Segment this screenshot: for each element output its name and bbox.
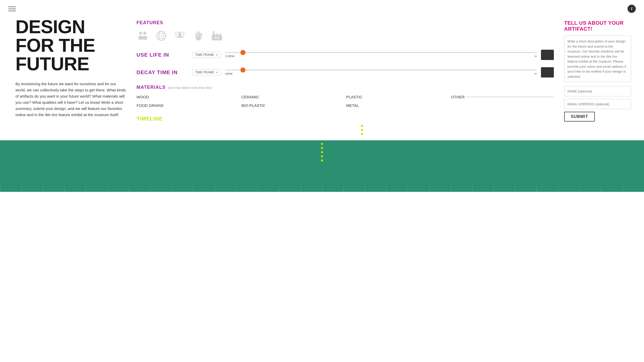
materials-note: (you may select more than one) — [168, 86, 212, 90]
use-life-row: USE LIFE IN TIME FRAME ▼ 1-time ∞ — [137, 50, 554, 60]
timeline-section: TIMELINE — [137, 116, 554, 135]
svg-point-0 — [139, 32, 142, 35]
tick-18 — [365, 187, 386, 192]
svg-marker-15 — [215, 33, 218, 35]
tick-23 — [472, 187, 494, 192]
svg-rect-9 — [197, 31, 199, 37]
tick-8 — [150, 187, 172, 192]
material-wood[interactable]: WOOD — [137, 94, 239, 100]
tick-4 — [64, 187, 86, 192]
submit-button[interactable]: SUBMIT — [564, 112, 595, 122]
materials-grid: WOOD CERAMIC PLASTIC OTHER FOOD GRAINS B… — [137, 94, 554, 108]
tick-28 — [580, 187, 601, 192]
intro-text: By envisioning the future we want for ou… — [15, 81, 126, 118]
use-life-slider[interactable] — [225, 52, 537, 53]
tick-14 — [279, 187, 300, 192]
description-textarea[interactable] — [564, 36, 631, 82]
material-other-label: OTHER — [451, 95, 465, 99]
timeline-dot-5 — [321, 147, 323, 149]
material-ceramic[interactable]: CERAMIC — [241, 94, 344, 100]
timeline-label: TIMELINE — [137, 116, 554, 122]
svg-rect-11 — [196, 33, 197, 37]
use-life-max-label: ∞ — [535, 54, 537, 58]
timeline-dot-3 — [361, 133, 363, 135]
info-button[interactable]: i — [628, 5, 636, 13]
use-life-label: USE LIFE IN — [137, 52, 188, 58]
use-life-dropdown-arrow: ▼ — [216, 54, 218, 56]
tick-26 — [537, 187, 558, 192]
svg-point-2 — [143, 32, 146, 35]
use-life-timeframe-select[interactable]: TIME FRAME ▼ — [192, 52, 221, 58]
tick-17 — [343, 187, 365, 192]
decay-time-min-label: none — [225, 72, 233, 75]
use-life-slider-container: 1-time ∞ — [225, 52, 537, 58]
tick-row — [0, 184, 644, 192]
people-icon[interactable] — [137, 30, 149, 42]
timeline-dot-7 — [321, 155, 323, 157]
globe-icon[interactable] — [155, 30, 167, 42]
material-plastic[interactable]: PLASTIC — [346, 94, 449, 100]
main-container: DESIGN FOR THE FUTURE By envisioning the… — [0, 18, 644, 140]
tick-25 — [515, 187, 537, 192]
tick-20 — [408, 187, 429, 192]
bottom-teal-section — [0, 140, 644, 192]
material-metal[interactable]: METAL — [346, 103, 449, 108]
tick-6 — [107, 187, 129, 192]
tick-19 — [386, 187, 408, 192]
materials-header: MATERIALS (you may select more than one) — [137, 85, 554, 90]
svg-rect-12 — [201, 33, 202, 37]
right-column: TELL US ABOUT YOUR ARTIFACT! SUBMIT — [564, 18, 631, 140]
decay-time-slider-container: none ∞ — [225, 70, 537, 75]
tick-7 — [129, 187, 150, 192]
features-label: FEATURES — [137, 20, 554, 25]
timeline-extend-dots — [0, 140, 644, 161]
menu-button[interactable] — [8, 6, 16, 11]
tick-3 — [43, 187, 64, 192]
features-icons-row — [137, 30, 554, 42]
decay-time-slider[interactable] — [225, 70, 537, 71]
decay-time-timeframe-select[interactable]: TIME FRAME ▼ — [192, 69, 221, 75]
tick-10 — [193, 187, 215, 192]
use-life-timeframe-text: TIME FRAME — [195, 53, 214, 57]
svg-point-3 — [142, 36, 147, 40]
recycle-icon[interactable] — [174, 30, 186, 42]
top-bar: i — [0, 0, 644, 18]
decay-time-label: DECAY TIME IN — [137, 70, 188, 75]
materials-label: MATERIALS — [137, 85, 166, 90]
page-title: DESIGN FOR THE FUTURE — [15, 18, 126, 73]
material-bio-plastic[interactable]: BIO-PLASTIC — [241, 103, 344, 108]
factory-icon[interactable] — [211, 30, 223, 42]
timeline-dot-6 — [321, 151, 323, 153]
material-food-grains[interactable]: FOOD GRAINS — [137, 103, 239, 108]
use-life-value-box[interactable] — [541, 50, 554, 60]
tick-1 — [0, 187, 21, 192]
svg-rect-18 — [215, 37, 216, 39]
tick-15 — [301, 187, 322, 192]
artifact-panel-title: TELL US ABOUT YOUR ARTIFACT! — [564, 20, 631, 32]
decay-time-slider-labels: none ∞ — [225, 72, 537, 75]
material-other[interactable]: OTHER — [451, 94, 554, 100]
decay-time-timeframe-text: TIME FRAME — [195, 71, 214, 74]
use-life-slider-labels: 1-time ∞ — [225, 54, 537, 58]
decay-time-section: DECAY TIME IN TIME FRAME ▼ none ∞ — [137, 67, 554, 77]
features-section: FEATURES — [137, 20, 554, 42]
svg-rect-17 — [213, 31, 214, 35]
email-input[interactable] — [564, 99, 631, 109]
tick-11 — [215, 187, 236, 192]
tick-9 — [172, 187, 193, 192]
decay-time-value-box[interactable] — [541, 67, 554, 77]
svg-rect-19 — [217, 37, 219, 39]
tick-29 — [601, 187, 622, 192]
tick-13 — [258, 187, 279, 192]
timeline-dot-1 — [361, 125, 363, 127]
hand-icon[interactable] — [192, 30, 205, 42]
use-life-min-label: 1-time — [225, 54, 234, 58]
tick-5 — [86, 187, 107, 192]
materials-section: MATERIALS (you may select more than one)… — [137, 85, 554, 108]
name-input[interactable] — [564, 86, 631, 96]
use-life-section: USE LIFE IN TIME FRAME ▼ 1-time ∞ — [137, 50, 554, 60]
other-input-line — [466, 97, 554, 97]
decay-time-max-label: ∞ — [535, 72, 537, 75]
tick-12 — [236, 187, 258, 192]
svg-rect-13 — [212, 35, 222, 40]
